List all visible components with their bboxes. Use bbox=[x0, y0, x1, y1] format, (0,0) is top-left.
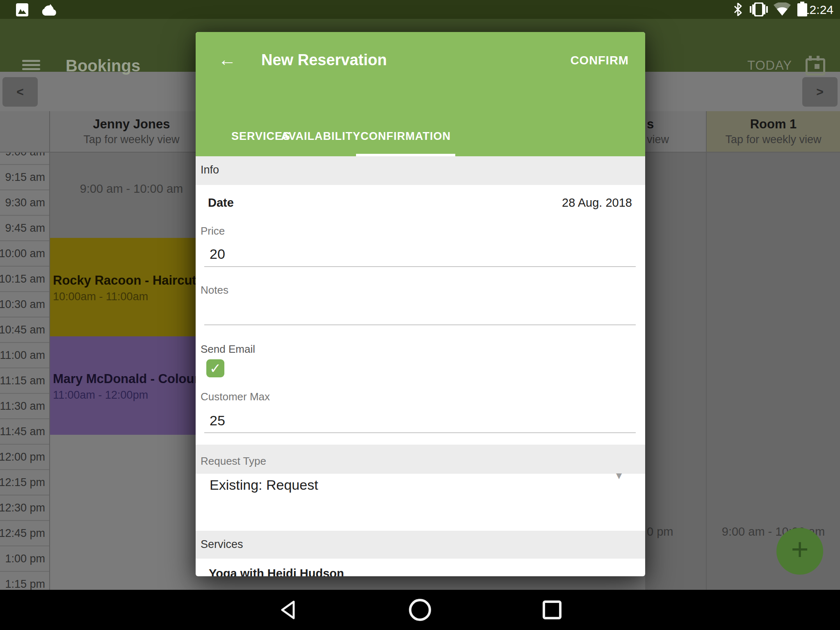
next-day-button[interactable]: > bbox=[802, 77, 838, 107]
time-column: 9:00 am9:15 am9:30 am9:45 am10:00 am10:1… bbox=[0, 139, 49, 597]
booking-title: Mary McDonald - Colour bbox=[53, 372, 199, 386]
nav-home-button[interactable] bbox=[387, 590, 453, 630]
back-arrow-icon[interactable]: ← bbox=[218, 49, 236, 70]
dropdown-arrow-icon[interactable]: ▼ bbox=[614, 470, 624, 482]
column-header-jenny-jones[interactable]: Jenny Jones Tap for weekly view bbox=[50, 111, 213, 152]
time-label: 12:15 pm bbox=[0, 476, 45, 489]
nav-back-button[interactable] bbox=[255, 590, 321, 630]
prev-day-button[interactable]: < bbox=[2, 77, 38, 107]
time-row: 11:30 am bbox=[0, 394, 49, 419]
time-row: 9:45 am bbox=[0, 216, 49, 241]
add-booking-fab[interactable]: + bbox=[776, 528, 823, 575]
price-input[interactable]: 20 bbox=[210, 246, 225, 262]
confirm-button[interactable]: CONFIRM bbox=[571, 54, 629, 67]
customer-max-input[interactable]: 25 bbox=[210, 413, 225, 429]
time-label: 11:00 am bbox=[0, 349, 45, 362]
time-row: 11:00 am bbox=[0, 343, 49, 368]
date-value[interactable]: 28 Aug. 2018 bbox=[562, 196, 632, 210]
bluetooth-icon bbox=[733, 3, 742, 16]
tab-services[interactable]: SERVICES bbox=[231, 124, 278, 155]
staff-name: Jenny Jones bbox=[50, 117, 213, 132]
customer-max-underline bbox=[204, 432, 636, 433]
room-name: Room 1 bbox=[707, 117, 840, 132]
nav-recents-button[interactable] bbox=[519, 590, 585, 630]
menu-icon[interactable] bbox=[22, 60, 40, 71]
grid-line bbox=[706, 111, 707, 590]
time-label: 11:15 am bbox=[0, 374, 45, 387]
booking-rocky-racoon[interactable]: Rocky Racoon - Haircut 10:00am - 11:00am bbox=[50, 238, 213, 336]
dialog-header: ← New Reservation CONFIRM bbox=[196, 32, 645, 124]
booking-time: 10:00am - 11:00am bbox=[53, 290, 148, 303]
time-label: 1:00 pm bbox=[5, 552, 45, 565]
time-row: 12:15 pm bbox=[0, 470, 49, 495]
time-label: 11:30 am bbox=[0, 400, 45, 413]
tab-availability[interactable]: AVAILABILITY bbox=[281, 124, 343, 155]
tab-confirmation[interactable]: CONFIRMATION bbox=[356, 124, 455, 155]
time-row: 1:00 pm bbox=[0, 546, 49, 572]
photo-notification-icon bbox=[16, 3, 30, 16]
customer-max-label: Customer Max bbox=[201, 390, 270, 403]
time-label: 9:45 am bbox=[5, 222, 45, 235]
new-reservation-dialog: ← New Reservation CONFIRM SERVICES AVAIL… bbox=[196, 32, 645, 576]
slot-label: 9:00 am - 10:00 am bbox=[707, 525, 840, 539]
request-type-select[interactable]: Existing: Request bbox=[210, 477, 318, 493]
column-header-room1[interactable]: Room 1 Tap for weekly view bbox=[707, 111, 840, 152]
column-header-partial[interactable]: s view bbox=[645, 111, 706, 152]
time-row: 11:15 am bbox=[0, 368, 49, 394]
time-row: 9:15 am bbox=[0, 165, 49, 190]
info-section-band: Info bbox=[196, 156, 645, 185]
weekly-view-hint: Tap for weekly view bbox=[50, 133, 213, 146]
services-section-band: Services bbox=[196, 531, 645, 559]
time-label: 9:15 am bbox=[5, 171, 45, 184]
time-label: 11:45 am bbox=[0, 425, 45, 438]
time-row: 12:45 pm bbox=[0, 521, 49, 546]
time-label: 12:45 pm bbox=[0, 527, 45, 540]
time-label: 10:15 am bbox=[0, 273, 45, 285]
slot-label: 9:00 am - 10:00 am bbox=[50, 182, 213, 196]
status-bar: 12:24 bbox=[0, 0, 840, 19]
time-row: 12:30 pm bbox=[0, 495, 49, 521]
time-label: 9:30 am bbox=[5, 196, 45, 209]
time-label: 1:15 pm bbox=[5, 578, 45, 591]
time-label: 10:45 am bbox=[0, 324, 45, 336]
time-label: 10:30 am bbox=[0, 298, 45, 311]
booking-mary-mcdonald[interactable]: Mary McDonald - Colour 11:00am - 12:00pm bbox=[50, 336, 213, 435]
send-email-label: Send Email bbox=[201, 343, 255, 356]
time-row: 9:30 am bbox=[0, 190, 49, 216]
time-row: 10:15 am bbox=[0, 267, 49, 292]
recents-icon bbox=[542, 600, 562, 620]
services-section-label: Services bbox=[201, 538, 243, 551]
send-email-checkbox[interactable]: ✓ bbox=[206, 359, 224, 377]
time-row: 10:45 am bbox=[0, 317, 49, 343]
price-underline bbox=[204, 266, 636, 267]
cloud-notification-icon bbox=[39, 3, 57, 16]
slot-label-fragment: 0 pm bbox=[647, 525, 673, 539]
calendar-icon[interactable] bbox=[806, 56, 823, 72]
wifi-icon bbox=[774, 2, 791, 16]
time-row: 10:00 am bbox=[0, 241, 49, 267]
time-label: 12:30 pm bbox=[0, 502, 45, 514]
vibrate-icon bbox=[750, 2, 768, 16]
column-body-room1[interactable]: 9:00 am - 10:00 am bbox=[707, 152, 840, 590]
available-slot[interactable]: 9:00 am - 10:00 am bbox=[50, 139, 213, 238]
price-label: Price bbox=[201, 225, 225, 237]
home-icon bbox=[409, 598, 431, 621]
dialog-title: New Reservation bbox=[261, 51, 387, 69]
column-body-hidden[interactable]: 0 pm bbox=[645, 152, 706, 590]
today-button[interactable]: TODAY bbox=[747, 58, 792, 73]
staff-name-fragment: s bbox=[645, 117, 706, 132]
time-row: 11:45 am bbox=[0, 419, 49, 445]
dialog-tabs: SERVICES AVAILABILITY CONFIRMATION bbox=[196, 124, 645, 156]
service-item-title[interactable]: Yoga with Heidi Hudson bbox=[209, 567, 344, 576]
android-nav-bar bbox=[0, 590, 840, 630]
request-type-label: Request Type bbox=[201, 455, 266, 468]
screen: 12:24 Bookings TODAY < > 0 pm 9:00 am - … bbox=[0, 0, 840, 630]
weekly-view-hint-fragment: view bbox=[645, 133, 706, 146]
booking-time: 11:00am - 12:00pm bbox=[53, 389, 148, 402]
notes-underline bbox=[204, 324, 636, 325]
page-title: Bookings bbox=[66, 57, 140, 75]
date-label: Date bbox=[208, 196, 234, 210]
info-section-label: Info bbox=[201, 164, 219, 176]
time-label: 12:00 pm bbox=[0, 451, 45, 463]
time-row: 10:30 am bbox=[0, 292, 49, 317]
